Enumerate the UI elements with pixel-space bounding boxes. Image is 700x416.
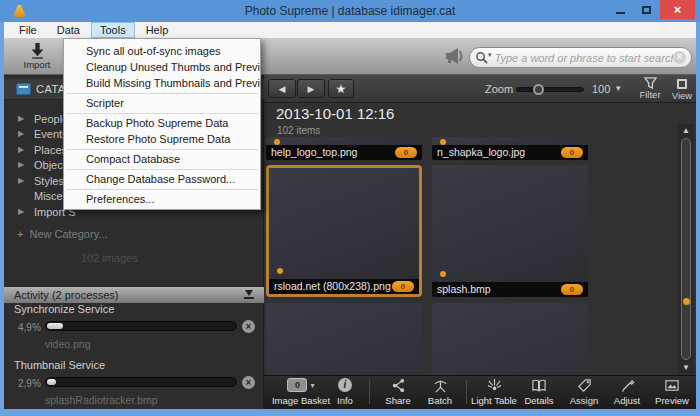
details-button[interactable]: Details: [516, 378, 562, 406]
menu-separator: [66, 113, 258, 114]
forward-button[interactable]: ▶: [297, 79, 325, 98]
image-basket-icon: 0: [287, 378, 307, 392]
batch-button[interactable]: Batch: [420, 378, 460, 406]
preview-button[interactable]: Preview: [648, 378, 696, 406]
menubar: File Data Tools Help: [4, 22, 696, 38]
menu-item-backup[interactable]: Backup Photo Supreme Data: [64, 115, 260, 131]
thumbnail-cell[interactable]: help_logo_top.png 0: [266, 137, 422, 160]
filter-button[interactable]: Filter: [633, 77, 667, 100]
share-button[interactable]: Share: [378, 378, 418, 406]
thumbnail-grid: help_logo_top.png 0 n_shapka_logo.jpg 0 …: [264, 137, 676, 375]
thumbnail-cell-selected[interactable]: rsload.net (800x238).png 0: [266, 165, 422, 297]
bottom-toolbar: 0▾ Image Basket i Info Share Ba: [264, 375, 696, 409]
thumbnail-cell[interactable]: n_shapka_logo.jpg 0: [432, 137, 588, 160]
plus-icon: +: [17, 228, 23, 240]
menu-item-sync[interactable]: Sync all out-of-sync images: [64, 43, 260, 59]
sidebar-image-count: 102 images: [81, 252, 138, 264]
view-button[interactable]: View: [665, 77, 699, 101]
import-arrow-icon: [29, 42, 46, 59]
collapse-panel-icon[interactable]: [244, 290, 254, 299]
expand-arrow-icon[interactable]: ▶: [18, 207, 24, 216]
zoom-slider[interactable]: [516, 87, 584, 92]
minimize-button[interactable]: [608, 0, 634, 19]
thumbnail-cell[interactable]: splash.bmp 0: [432, 165, 588, 297]
adjust-button[interactable]: Adjust: [605, 378, 649, 406]
window-border-bottom: [0, 409, 700, 416]
expand-arrow-icon[interactable]: ▶: [18, 145, 24, 154]
cancel-process-button[interactable]: ×: [242, 320, 255, 333]
label-count-badge: 0: [561, 284, 583, 295]
toolbar-separator: [369, 380, 370, 404]
scroll-down-icon[interactable]: ▼: [678, 363, 694, 372]
titlebar: Photo Supreme | database idimager.cat ×: [0, 0, 700, 22]
scrollbar-thumb[interactable]: [681, 138, 691, 360]
cancel-process-button[interactable]: ×: [242, 376, 255, 389]
search-input[interactable]: [495, 52, 673, 64]
new-category-button[interactable]: +New Category...: [17, 228, 108, 240]
navigation-toolbar: ◀ ▶ ★ Zoom 100 ▾ Filter View: [264, 75, 696, 103]
expand-arrow-icon[interactable]: ▶: [18, 114, 24, 123]
minimize-icon: [616, 12, 625, 14]
thumbnail-cell[interactable]: [432, 303, 588, 375]
import-label: Import: [14, 59, 60, 70]
process-percent: 2,9%: [18, 378, 41, 389]
zoom-dropdown-icon[interactable]: ▾: [616, 83, 621, 93]
search-box: ▾ ×: [469, 47, 692, 68]
view-grid-icon: [677, 79, 687, 89]
info-icon: i: [338, 378, 352, 392]
zoom-value: 100: [592, 83, 610, 95]
info-button[interactable]: i Info: [330, 378, 360, 406]
menu-separator: [66, 169, 258, 170]
process-file: video.png: [45, 338, 91, 350]
menu-tools[interactable]: Tools: [91, 22, 135, 38]
status-dot: [277, 268, 283, 274]
megaphone-icon: [444, 47, 466, 65]
import-button[interactable]: Import: [14, 40, 60, 73]
group-item-count: 102 items: [277, 125, 320, 136]
maximize-button[interactable]: [634, 0, 660, 19]
back-button[interactable]: ◀: [268, 79, 296, 98]
group-date-header[interactable]: 2013-10-01 12:16: [276, 105, 394, 122]
progress-bar: [45, 321, 237, 331]
menu-item-compact[interactable]: Compact Database: [64, 151, 260, 167]
menu-item-change-password[interactable]: Change Database Password...: [64, 171, 260, 187]
grid-scrollbar[interactable]: ▲ ▼: [678, 124, 694, 374]
batch-icon: [433, 378, 448, 393]
activity-panel-header[interactable]: Activity (2 processes): [4, 287, 264, 303]
search-icon[interactable]: [475, 51, 488, 64]
assign-tag-icon: [577, 378, 592, 393]
details-book-icon: [531, 378, 547, 393]
search-scope-chevron-icon[interactable]: ▾: [488, 51, 492, 59]
clear-search-icon[interactable]: ×: [673, 51, 686, 64]
label-count-badge: 0: [395, 147, 417, 158]
process-name: Synchronize Service: [14, 303, 114, 315]
menu-file[interactable]: File: [10, 22, 46, 38]
menu-item-scripter[interactable]: Scripter: [64, 95, 260, 111]
menu-item-restore[interactable]: Restore Photo Supreme Data: [64, 131, 260, 147]
progress-fill: [47, 323, 63, 329]
process-file: splashRadiotracker.bmp: [45, 394, 158, 406]
assign-button[interactable]: Assign: [562, 378, 606, 406]
menu-separator: [66, 189, 258, 190]
chevron-down-icon[interactable]: ▾: [310, 381, 314, 390]
favorite-button[interactable]: ★: [328, 79, 354, 98]
menu-item-build[interactable]: Build Missing Thumbnails and Previews: [64, 75, 260, 91]
filter-funnel-icon: [644, 77, 657, 89]
expand-arrow-icon[interactable]: ▶: [18, 176, 24, 185]
menu-data[interactable]: Data: [48, 22, 89, 38]
expand-arrow-icon[interactable]: ▶: [18, 129, 24, 138]
zoom-slider-handle[interactable]: [533, 84, 544, 95]
menu-item-cleanup[interactable]: Cleanup Unused Thumbs and Previews: [64, 59, 260, 75]
scroll-up-icon[interactable]: ▲: [678, 126, 694, 135]
image-basket-button[interactable]: 0▾ Image Basket: [268, 378, 334, 406]
close-button[interactable]: ×: [660, 0, 695, 19]
expand-arrow-icon[interactable]: ▶: [18, 160, 24, 169]
menu-item-preferences[interactable]: Preferences...: [64, 191, 260, 207]
light-table-icon: [487, 378, 502, 393]
thumbnail-cell[interactable]: [266, 303, 422, 375]
tools-menu: Sync all out-of-sync images Cleanup Unus…: [63, 38, 261, 210]
menu-separator: [66, 149, 258, 150]
menu-help[interactable]: Help: [137, 22, 178, 38]
scrollbar-selection-marker: [683, 298, 690, 305]
maximize-icon: [642, 6, 651, 14]
